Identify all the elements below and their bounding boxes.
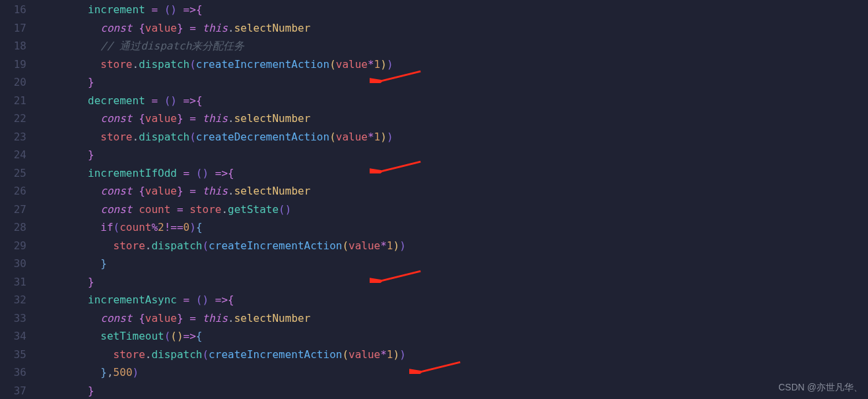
code-token: * (368, 131, 374, 143)
code-token: ) (202, 293, 209, 306)
line-number: 16 (0, 1, 26, 19)
code-token: = (151, 3, 158, 16)
code-token: 1 (374, 58, 381, 71)
code-token: 1 (387, 239, 393, 252)
code-token: // 通过dispatch来分配任务 (100, 40, 244, 52)
code-token (170, 203, 177, 216)
line-number: 37 (0, 382, 26, 400)
code-line[interactable]: const {value} = this.selectNumber (37, 109, 868, 128)
code-token: store (114, 348, 145, 361)
line-number: 21 (0, 92, 26, 110)
code-token (133, 203, 139, 216)
code-token: ( (202, 348, 209, 361)
code-line[interactable]: if(count%2!==0){ (37, 218, 868, 237)
code-line[interactable]: } (37, 273, 868, 292)
code-token: . (145, 239, 152, 252)
code-token: ( (329, 58, 336, 71)
code-line[interactable]: increment = () =>{ (37, 1, 868, 19)
code-token (184, 312, 190, 324)
code-token: value (349, 348, 380, 361)
code-token (184, 112, 190, 125)
code-line[interactable]: const {value} = this.selectNumber (37, 182, 868, 200)
code-line[interactable]: const count = store.getState() (37, 200, 868, 219)
code-token: => (184, 330, 196, 342)
code-token: value (145, 185, 177, 197)
code-line[interactable]: const {value} = this.selectNumber (37, 19, 868, 38)
code-token: ( (189, 58, 196, 71)
code-token (133, 312, 139, 324)
code-token: } (177, 112, 184, 125)
code-editor[interactable]: 1617181920212223242526272829303132333435… (0, 0, 868, 399)
code-line[interactable]: } (37, 73, 868, 92)
code-token: { (228, 167, 234, 179)
code-line[interactable]: incrementAsync = () =>{ (37, 291, 868, 309)
line-number: 34 (0, 327, 26, 346)
code-token (196, 112, 203, 125)
code-token: count (119, 221, 151, 233)
code-line[interactable]: // 通过dispatch来分配任务 (37, 37, 868, 55)
code-line[interactable]: store.dispatch(createIncrementAction(val… (37, 346, 868, 364)
line-number: 25 (0, 164, 26, 183)
code-token: value (145, 112, 177, 125)
code-token: = (177, 203, 184, 216)
line-number: 30 (0, 255, 26, 273)
code-line[interactable]: } (37, 382, 868, 400)
code-line[interactable]: } (37, 255, 868, 273)
code-area[interactable]: increment = () =>{ const {value} = this.… (37, 0, 868, 399)
code-token: ) (177, 330, 184, 342)
code-token: selectNumber (234, 112, 311, 125)
code-token: } (88, 148, 94, 161)
code-token: { (196, 94, 203, 107)
code-token (196, 312, 203, 324)
code-line[interactable]: store.dispatch(createIncrementAction(val… (37, 55, 868, 74)
code-token: const (100, 312, 132, 324)
code-token: => (215, 167, 228, 179)
code-token: value (336, 131, 368, 143)
code-token: . (228, 312, 234, 324)
code-token: ) (380, 131, 387, 143)
code-token: ( (170, 330, 177, 342)
line-number: 29 (0, 237, 26, 255)
watermark-text: CSDN @亦世凡华、 (778, 379, 863, 397)
code-token: * (380, 239, 387, 252)
code-token: dispatch (151, 239, 202, 252)
code-token: { (139, 312, 145, 324)
line-number: 24 (0, 146, 26, 164)
code-token: = (189, 185, 196, 197)
code-token: * (380, 348, 387, 361)
code-token: => (184, 3, 196, 16)
code-line[interactable]: },500) (37, 363, 868, 382)
code-token: dispatch (139, 131, 189, 143)
code-line[interactable]: store.dispatch(createIncrementAction(val… (37, 237, 868, 255)
code-token: const (100, 203, 132, 216)
code-token (189, 167, 196, 179)
line-number: 19 (0, 55, 26, 74)
code-token (133, 112, 139, 125)
code-token: ) (393, 239, 400, 252)
code-token (145, 3, 152, 16)
code-token: setTimeout (100, 330, 164, 342)
code-line[interactable]: incrementIfOdd = () =>{ (37, 164, 868, 183)
code-token: . (228, 22, 234, 34)
line-number: 32 (0, 291, 26, 309)
code-line[interactable]: decrement = () =>{ (37, 92, 868, 110)
code-token: value (145, 22, 177, 34)
line-number: 26 (0, 182, 26, 200)
code-token: this (203, 185, 228, 197)
code-token (158, 3, 164, 16)
code-token: ( (202, 239, 209, 252)
code-token: ) (399, 239, 406, 252)
code-token: = (184, 293, 190, 306)
code-token (189, 293, 196, 306)
code-token: selectNumber (234, 185, 311, 197)
code-line[interactable]: setTimeout(()=>{ (37, 327, 868, 346)
code-token: 2 (158, 221, 164, 233)
code-token: const (100, 22, 132, 34)
code-token: getState (228, 203, 279, 216)
code-token: const (100, 112, 132, 125)
code-token: . (145, 348, 152, 361)
code-line[interactable]: store.dispatch(createDecrementAction(val… (37, 128, 868, 146)
code-line[interactable]: const {value} = this.selectNumber (37, 309, 868, 328)
code-token: value (145, 312, 177, 324)
code-line[interactable]: } (37, 146, 868, 164)
